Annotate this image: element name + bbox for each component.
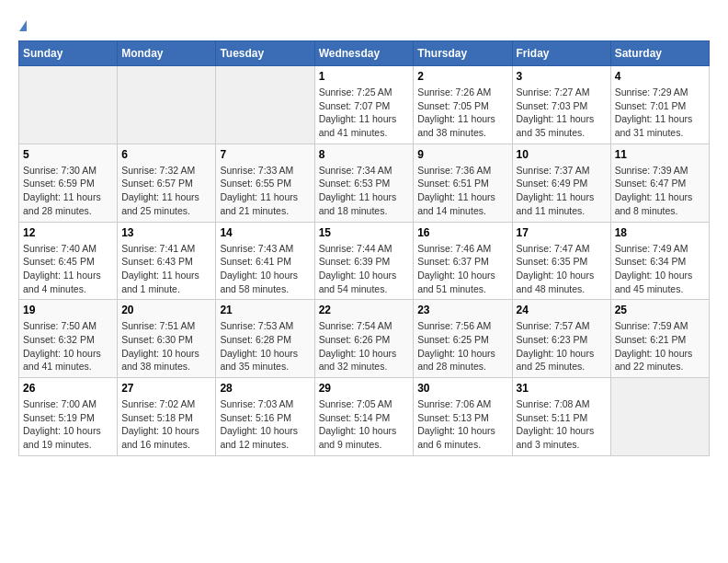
day-info: Sunrise: 7:25 AMSunset: 7:07 PMDaylight:… [319, 86, 410, 140]
day-number: 8 [319, 148, 410, 161]
calendar-cell: 14Sunrise: 7:43 AMSunset: 6:41 PMDayligh… [216, 222, 314, 300]
day-number: 14 [220, 226, 310, 239]
calendar-cell: 22Sunrise: 7:54 AMSunset: 6:26 PMDayligh… [314, 300, 414, 378]
day-info: Sunrise: 7:39 AMSunset: 6:47 PMDaylight:… [615, 164, 705, 218]
day-info: Sunrise: 7:03 AMSunset: 5:16 PMDaylight:… [220, 397, 310, 452]
day-number: 10 [517, 148, 607, 161]
calendar-table: SundayMondayTuesdayWednesdayThursdayFrid… [18, 40, 710, 456]
day-number: 3 [517, 70, 607, 83]
day-number: 26 [23, 382, 113, 395]
calendar-cell: 12Sunrise: 7:40 AMSunset: 6:45 PMDayligh… [19, 222, 118, 300]
day-info: Sunrise: 7:44 AMSunset: 6:39 PMDaylight:… [319, 242, 410, 296]
calendar-cell: 4Sunrise: 7:29 AMSunset: 7:01 PMDaylight… [610, 66, 709, 144]
day-number: 25 [615, 304, 705, 316]
day-info: Sunrise: 7:06 AMSunset: 5:13 PMDaylight:… [417, 397, 507, 452]
calendar-cell [19, 66, 118, 144]
day-info: Sunrise: 7:47 AMSunset: 6:35 PMDaylight:… [517, 242, 607, 296]
day-info: Sunrise: 7:57 AMSunset: 6:23 PMDaylight:… [517, 319, 607, 373]
day-info: Sunrise: 7:56 AMSunset: 6:25 PMDaylight:… [417, 319, 507, 373]
day-info: Sunrise: 7:02 AMSunset: 5:18 PMDaylight:… [121, 397, 211, 452]
logo-triangle-icon [19, 20, 27, 31]
day-info: Sunrise: 7:53 AMSunset: 6:28 PMDaylight:… [220, 319, 310, 373]
logo [18, 18, 27, 31]
day-number: 17 [517, 226, 607, 239]
weekday-header-thursday: Thursday [414, 41, 512, 66]
page-header [18, 18, 710, 31]
calendar-cell: 28Sunrise: 7:03 AMSunset: 5:16 PMDayligh… [216, 378, 314, 456]
day-number: 20 [121, 304, 211, 316]
calendar-cell: 1Sunrise: 7:25 AMSunset: 7:07 PMDaylight… [314, 66, 414, 144]
day-info: Sunrise: 7:54 AMSunset: 6:26 PMDaylight:… [319, 319, 410, 373]
calendar-cell: 5Sunrise: 7:30 AMSunset: 6:59 PMDaylight… [19, 144, 118, 222]
calendar-cell: 7Sunrise: 7:33 AMSunset: 6:55 PMDaylight… [216, 144, 314, 222]
calendar-cell: 8Sunrise: 7:34 AMSunset: 6:53 PMDaylight… [314, 144, 414, 222]
calendar-cell: 15Sunrise: 7:44 AMSunset: 6:39 PMDayligh… [314, 222, 414, 300]
calendar-cell: 23Sunrise: 7:56 AMSunset: 6:25 PMDayligh… [414, 300, 512, 378]
calendar-cell: 26Sunrise: 7:00 AMSunset: 5:19 PMDayligh… [19, 378, 118, 456]
calendar-cell: 18Sunrise: 7:49 AMSunset: 6:34 PMDayligh… [610, 222, 709, 300]
day-number: 24 [517, 304, 607, 316]
day-number: 30 [417, 382, 507, 395]
day-number: 23 [417, 304, 507, 316]
day-number: 16 [417, 226, 507, 239]
day-info: Sunrise: 7:00 AMSunset: 5:19 PMDaylight:… [23, 397, 113, 452]
weekday-header-friday: Friday [512, 41, 610, 66]
calendar-cell: 29Sunrise: 7:05 AMSunset: 5:14 PMDayligh… [314, 378, 414, 456]
weekday-header-saturday: Saturday [610, 41, 709, 66]
day-number: 19 [23, 304, 113, 316]
day-info: Sunrise: 7:43 AMSunset: 6:41 PMDaylight:… [220, 242, 310, 296]
day-number: 31 [517, 382, 607, 395]
day-info: Sunrise: 7:36 AMSunset: 6:51 PMDaylight:… [417, 164, 507, 218]
weekday-header-wednesday: Wednesday [314, 41, 414, 66]
weekday-header-monday: Monday [118, 41, 216, 66]
calendar-cell: 25Sunrise: 7:59 AMSunset: 6:21 PMDayligh… [610, 300, 709, 378]
calendar-cell: 9Sunrise: 7:36 AMSunset: 6:51 PMDaylight… [414, 144, 512, 222]
day-info: Sunrise: 7:33 AMSunset: 6:55 PMDaylight:… [220, 164, 310, 218]
calendar-week-3: 12Sunrise: 7:40 AMSunset: 6:45 PMDayligh… [19, 222, 710, 300]
day-number: 7 [220, 148, 310, 161]
calendar-cell: 21Sunrise: 7:53 AMSunset: 6:28 PMDayligh… [216, 300, 314, 378]
day-number: 18 [615, 226, 705, 239]
calendar-cell: 16Sunrise: 7:46 AMSunset: 6:37 PMDayligh… [414, 222, 512, 300]
calendar-cell: 6Sunrise: 7:32 AMSunset: 6:57 PMDaylight… [118, 144, 216, 222]
day-number: 11 [615, 148, 705, 161]
calendar-cell [216, 66, 314, 144]
day-number: 2 [417, 70, 507, 83]
day-info: Sunrise: 7:29 AMSunset: 7:01 PMDaylight:… [615, 86, 705, 140]
day-info: Sunrise: 7:26 AMSunset: 7:05 PMDaylight:… [417, 86, 507, 140]
weekday-header-tuesday: Tuesday [216, 41, 314, 66]
day-number: 22 [319, 304, 410, 316]
day-number: 1 [319, 70, 410, 83]
day-info: Sunrise: 7:30 AMSunset: 6:59 PMDaylight:… [23, 164, 113, 218]
day-info: Sunrise: 7:51 AMSunset: 6:30 PMDaylight:… [121, 319, 211, 373]
day-info: Sunrise: 7:37 AMSunset: 6:49 PMDaylight:… [517, 164, 607, 218]
day-info: Sunrise: 7:59 AMSunset: 6:21 PMDaylight:… [615, 319, 705, 373]
day-info: Sunrise: 7:46 AMSunset: 6:37 PMDaylight:… [417, 242, 507, 296]
day-number: 5 [23, 148, 113, 161]
calendar-cell: 17Sunrise: 7:47 AMSunset: 6:35 PMDayligh… [512, 222, 610, 300]
calendar-cell [610, 378, 709, 456]
calendar-cell: 31Sunrise: 7:08 AMSunset: 5:11 PMDayligh… [512, 378, 610, 456]
calendar-cell [118, 66, 216, 144]
day-number: 28 [220, 382, 310, 395]
calendar-week-4: 19Sunrise: 7:50 AMSunset: 6:32 PMDayligh… [19, 300, 710, 378]
calendar-cell: 13Sunrise: 7:41 AMSunset: 6:43 PMDayligh… [118, 222, 216, 300]
day-number: 13 [121, 226, 211, 239]
day-info: Sunrise: 7:34 AMSunset: 6:53 PMDaylight:… [319, 164, 410, 218]
day-number: 15 [319, 226, 410, 239]
day-info: Sunrise: 7:50 AMSunset: 6:32 PMDaylight:… [23, 319, 113, 373]
day-number: 4 [615, 70, 705, 83]
day-number: 29 [319, 382, 410, 395]
day-info: Sunrise: 7:08 AMSunset: 5:11 PMDaylight:… [517, 397, 607, 452]
day-info: Sunrise: 7:32 AMSunset: 6:57 PMDaylight:… [121, 164, 211, 218]
day-info: Sunrise: 7:41 AMSunset: 6:43 PMDaylight:… [121, 242, 211, 296]
calendar-week-5: 26Sunrise: 7:00 AMSunset: 5:19 PMDayligh… [19, 378, 710, 456]
calendar-cell: 20Sunrise: 7:51 AMSunset: 6:30 PMDayligh… [118, 300, 216, 378]
day-info: Sunrise: 7:40 AMSunset: 6:45 PMDaylight:… [23, 242, 113, 296]
calendar-cell: 27Sunrise: 7:02 AMSunset: 5:18 PMDayligh… [118, 378, 216, 456]
calendar-cell: 2Sunrise: 7:26 AMSunset: 7:05 PMDaylight… [414, 66, 512, 144]
day-number: 6 [121, 148, 211, 161]
day-number: 9 [417, 148, 507, 161]
day-info: Sunrise: 7:49 AMSunset: 6:34 PMDaylight:… [615, 242, 705, 296]
calendar-week-1: 1Sunrise: 7:25 AMSunset: 7:07 PMDaylight… [19, 66, 710, 144]
